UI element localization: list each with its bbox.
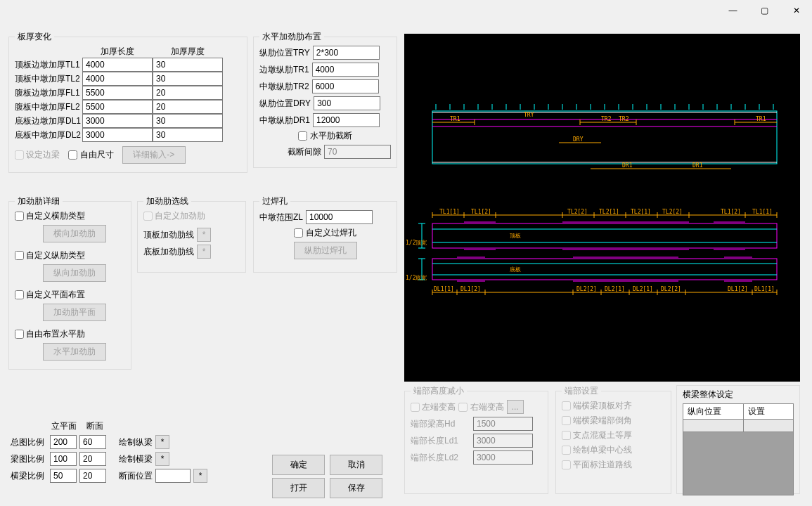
col-section: 断面 [81, 420, 109, 432]
panel-end-height: 端部高度减小 左端变高 右端变高 ... 端部梁高Hd 端部长度Ld1 端部长度… [404, 385, 548, 494]
input-sec-pos[interactable] [155, 469, 191, 483]
input-tr2[interactable] [312, 79, 379, 93]
input-dl1-thk[interactable] [153, 114, 223, 128]
btn-free-h-stiff: 水平加劲肋 [43, 343, 106, 361]
window-maximize[interactable]: ▢ [749, 0, 780, 21]
btn-draw-cross[interactable]: * [155, 452, 169, 466]
beam-table-body[interactable] [683, 432, 794, 495]
panel-end-settings: 端部设置 端横梁顶板对齐 端横梁端部倒角 支点混凝土等厚 绘制单梁中心线 平面标… [555, 385, 671, 494]
chk-right-height [458, 403, 468, 412]
panel-weld-hole: 过焊孔 中墩范围ZL 自定义过焊孔 纵肋过焊孔 [253, 195, 397, 273]
input-tl2-len[interactable] [82, 72, 153, 86]
row-fl1-label: 腹板边墩加厚FL1 [15, 86, 82, 100]
lbl-cross-ratio: 横梁比例 [11, 470, 47, 482]
chk-custom-weld[interactable] [294, 228, 303, 238]
chk-plane-road-line [562, 460, 571, 469]
chk-custom-v-stiff[interactable] [15, 251, 24, 260]
svg-text:DL2[2]: DL2[2] [661, 286, 681, 292]
svg-text:TL1[1]: TL1[1] [439, 209, 460, 215]
row-tl1-label: 顶板边墩加厚TL1 [15, 58, 82, 72]
input-beam-plan[interactable] [50, 452, 77, 466]
chk-free-h-stiff[interactable] [15, 330, 24, 339]
input-dry[interactable] [314, 96, 380, 110]
row-tl2-label: 顶板中墩加厚TL2 [15, 72, 82, 86]
input-tl2-thk[interactable] [153, 72, 223, 86]
input-fl2-thk[interactable] [153, 100, 223, 114]
input-tl1-thk[interactable] [153, 58, 223, 72]
chk-support-concrete [562, 431, 571, 440]
panel-stiff-line-legend: 加劲肋选线 [143, 195, 191, 207]
chk-draw-single-center [562, 446, 571, 455]
panel-ratios: 立平面 断面 总图比例 绘制纵梁 * 梁图比例 绘制横梁 * 横梁比例 断面位置… [11, 420, 207, 486]
input-tr1[interactable] [312, 63, 379, 77]
svg-text:TL2[2]: TL2[2] [662, 209, 683, 215]
lbl-try: 纵肋位置TRY [259, 47, 310, 59]
lbl-beam-ratio: 梁图比例 [11, 453, 47, 465]
input-fl1-len[interactable] [82, 86, 153, 100]
input-beam-sec[interactable] [79, 452, 106, 466]
input-weld-range[interactable] [306, 210, 373, 224]
input-fl1-thk[interactable] [153, 86, 223, 100]
svg-text:DL1[1]: DL1[1] [754, 286, 775, 292]
input-cross-plan[interactable] [50, 469, 77, 483]
row-dl1-label: 底板边墩加厚DL1 [15, 114, 82, 128]
input-cross-sec[interactable] [79, 469, 106, 483]
panel-weld-hole-legend: 过焊孔 [259, 195, 290, 207]
chk-custom-h-stiff[interactable] [15, 212, 24, 221]
btn-bot-stiff-line: * [197, 245, 211, 259]
col-plan: 立平面 [50, 420, 78, 432]
btn-draw-long[interactable]: * [155, 435, 169, 449]
window-close[interactable]: ✕ [780, 0, 812, 21]
lbl-end-ld1: 端部长度Ld1 [411, 435, 470, 447]
btn-sec-pos[interactable]: * [193, 469, 207, 483]
lbl-draw-long: 绘制纵梁 [119, 436, 153, 448]
svg-text:TR2: TR2 [601, 116, 612, 122]
btn-weld-hole: 纵肋过焊孔 [294, 242, 357, 259]
lbl-bot-stiff-line: 底板加劲肋线 [143, 246, 194, 258]
input-dl2-len[interactable] [82, 128, 153, 142]
panel-stiff-detail: 加劲肋详细 自定义横肋类型 横向加劲肋 自定义纵肋类型 纵向加劲肋 自定义平面布… [8, 195, 131, 370]
input-tl1-len[interactable] [82, 58, 153, 72]
input-dl1-len[interactable] [82, 114, 153, 128]
chk-end-chamfer [562, 416, 571, 425]
svg-rect-85 [432, 259, 777, 280]
chk-free-size[interactable] [68, 150, 77, 160]
chk-h-stiff-cut[interactable] [298, 131, 307, 141]
svg-text:DL2[2]: DL2[2] [576, 286, 597, 292]
input-dr1[interactable] [313, 113, 380, 127]
table-row[interactable] [683, 420, 744, 432]
btn-end-height-dots: ... [507, 400, 524, 414]
input-end-ld2 [473, 450, 533, 465]
panel-stiff-detail-legend: 加劲肋详细 [15, 195, 63, 207]
table-row[interactable] [744, 420, 794, 432]
chk-end-top-align [562, 401, 571, 410]
input-total-sec[interactable] [79, 435, 106, 449]
btn-save[interactable]: 保存 [330, 478, 382, 498]
svg-text:TL1[2]: TL1[2] [471, 209, 491, 215]
panel-beam-settings: 横梁整体设定 纵向位置 设置 [676, 385, 800, 494]
input-total-plan[interactable] [50, 435, 77, 449]
main-buttons: 确定 取消 打开 保存 [271, 453, 384, 500]
svg-text:DL1[2]: DL1[2] [460, 286, 481, 292]
panel-thickness-legend: 板厚变化 [15, 31, 54, 43]
input-dl2-thk[interactable] [153, 128, 223, 142]
input-end-ld1 [473, 434, 533, 448]
input-try[interactable] [313, 46, 380, 60]
panel-h-stiffener-legend: 水平加劲肋布置 [259, 31, 324, 43]
panel-end-height-legend: 端部高度减小 [411, 385, 467, 397]
window-minimize[interactable]: — [717, 0, 749, 21]
row-dl2-label: 底板中墩加厚DL2 [15, 128, 82, 142]
btn-h-stiff: 横向加劲肋 [43, 225, 106, 242]
lbl-tr2: 中墩纵肋TR2 [259, 81, 309, 93]
btn-open[interactable]: 打开 [272, 478, 325, 498]
lbl-total-ratio: 总图比例 [11, 436, 47, 448]
svg-text:TL1[1]: TL1[1] [752, 209, 773, 215]
btn-ok[interactable]: 确定 [272, 455, 325, 475]
panel-thickness: 板厚变化 加厚长度 加厚厚度 顶板边墩加厚TL1 顶板中墩加厚TL2 腹板边墩加… [8, 31, 247, 173]
chk-custom-plane[interactable] [15, 290, 24, 299]
btn-cancel[interactable]: 取消 [330, 455, 382, 475]
input-end-hd [473, 417, 533, 431]
panel-end-settings-legend: 端部设置 [562, 385, 601, 397]
input-fl2-len[interactable] [82, 100, 153, 114]
panel-h-stiffener: 水平加劲肋布置 纵肋位置TRY 边墩纵肋TR1 中墩纵肋TR2 纵肋位置DRY … [253, 31, 397, 168]
